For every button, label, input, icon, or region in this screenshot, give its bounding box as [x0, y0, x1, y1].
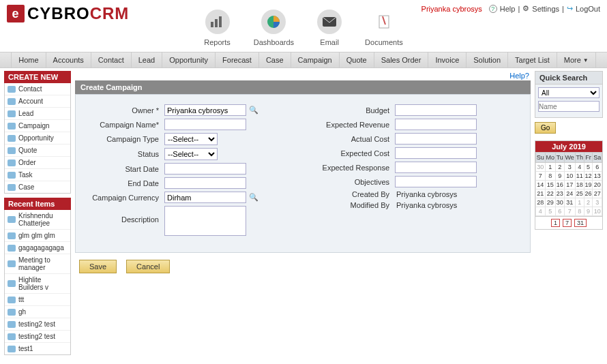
recent-item[interactable]: Meeting to manager — [5, 254, 70, 274]
recent-item[interactable]: gagagagagaga — [5, 242, 70, 254]
quick-search-module-select[interactable]: All — [538, 87, 599, 98]
cal-day[interactable]: 25 — [575, 189, 584, 198]
recent-item[interactable]: testing2 test — [5, 318, 70, 331]
cal-day[interactable]: 16 — [555, 181, 564, 189]
cal-day[interactable]: 5 — [584, 163, 592, 172]
campaign-type-select[interactable]: --Select-- — [164, 133, 218, 145]
create-lead[interactable]: Lead — [5, 108, 70, 120]
cal-day[interactable]: 19 — [584, 181, 592, 189]
cal-day[interactable]: 21 — [536, 189, 546, 198]
menu-campaign[interactable]: Campaign — [291, 52, 340, 67]
cal-day[interactable]: 7 — [536, 172, 546, 181]
recent-item[interactable]: Krishnendu Chatterjee — [5, 210, 70, 230]
recent-item[interactable]: gh — [5, 306, 70, 318]
menu-home[interactable]: Home — [11, 52, 46, 67]
menu-sales-order[interactable]: Sales Order — [374, 52, 429, 67]
create-case[interactable]: Case — [5, 181, 70, 193]
cal-day[interactable]: 10 — [564, 172, 575, 181]
cal-day[interactable]: 22 — [545, 189, 555, 198]
menu-solution[interactable]: Solution — [467, 52, 508, 67]
create-task[interactable]: Task — [5, 169, 70, 181]
menu-opportunity[interactable]: Opportunity — [162, 52, 216, 67]
logo[interactable]: e CYBROCRM — [7, 4, 129, 23]
cal-day[interactable]: 12 — [584, 172, 592, 181]
cal-day[interactable]: 18 — [575, 181, 584, 189]
cancel-button[interactable]: Cancel — [126, 260, 170, 273]
cal-day[interactable]: 2 — [584, 198, 592, 207]
form-help-link[interactable]: Help? — [509, 72, 529, 80]
owner-input[interactable] — [164, 104, 246, 116]
currency-input[interactable] — [164, 192, 246, 203]
cal-day[interactable]: 6 — [593, 163, 602, 172]
cal-view-toggle[interactable]: 31 — [574, 219, 587, 227]
status-select[interactable]: --Select-- — [164, 148, 218, 160]
cal-day[interactable]: 8 — [545, 172, 555, 181]
quick-search-go-button[interactable]: Go — [535, 122, 556, 134]
cal-day[interactable]: 6 — [555, 207, 564, 216]
recent-item[interactable]: ttt — [5, 294, 70, 306]
create-opportunity[interactable]: Opportunity — [5, 132, 70, 145]
owner-lookup-icon[interactable]: 🔍 — [249, 106, 258, 115]
create-account[interactable]: Account — [5, 95, 70, 108]
menu-more[interactable]: More▼ — [557, 52, 596, 67]
cal-view-toggle[interactable]: 7 — [563, 219, 572, 227]
cal-day[interactable]: 3 — [564, 163, 575, 172]
budget-input[interactable] — [395, 104, 477, 116]
cal-day[interactable]: 14 — [536, 181, 546, 189]
cal-day[interactable]: 28 — [536, 198, 546, 207]
cal-day[interactable]: 23 — [555, 189, 564, 198]
create-campaign[interactable]: Campaign — [5, 120, 70, 132]
current-user[interactable]: Priyanka cybrosys — [421, 5, 482, 13]
start-date-input[interactable] — [164, 163, 246, 175]
cal-day[interactable]: 9 — [584, 207, 592, 216]
save-button[interactable]: Save — [79, 260, 117, 273]
menu-lead[interactable]: Lead — [132, 52, 162, 67]
menu-forecast[interactable]: Forecast — [216, 52, 259, 67]
cal-day[interactable]: 9 — [555, 172, 564, 181]
end-date-input[interactable] — [164, 177, 246, 189]
create-contact[interactable]: Contact — [5, 83, 70, 95]
logout-link[interactable]: LogOut — [576, 5, 600, 13]
cal-day[interactable]: 20 — [593, 181, 602, 189]
cal-day[interactable]: 29 — [545, 198, 555, 207]
cal-day[interactable]: 1 — [545, 163, 555, 172]
cal-day[interactable]: 5 — [545, 207, 555, 216]
cal-day[interactable]: 30 — [536, 163, 546, 172]
description-textarea[interactable] — [164, 206, 246, 236]
cal-day[interactable]: 27 — [593, 189, 602, 198]
cal-day[interactable]: 31 — [564, 198, 575, 207]
create-quote[interactable]: Quote — [5, 145, 70, 157]
cal-view-toggle[interactable]: 1 — [551, 219, 560, 227]
menu-contact[interactable]: Contact — [91, 52, 132, 67]
cal-day[interactable]: 7 — [564, 207, 575, 216]
cal-day[interactable]: 17 — [564, 181, 575, 189]
nav-dashboards[interactable]: Dashboards — [254, 10, 294, 46]
objectives-input[interactable] — [395, 176, 477, 187]
cal-day[interactable]: 30 — [555, 198, 564, 207]
cal-day[interactable]: 10 — [593, 207, 602, 216]
recent-item[interactable]: Highlite Builders v — [5, 274, 70, 294]
menu-accounts[interactable]: Accounts — [46, 52, 91, 67]
menu-invoice[interactable]: Invoice — [428, 52, 467, 67]
actual-cost-input[interactable] — [395, 133, 477, 145]
expected-response-input[interactable] — [395, 162, 477, 173]
cal-day[interactable]: 15 — [545, 181, 555, 189]
currency-lookup-icon[interactable]: 🔍 — [249, 193, 258, 202]
cal-day[interactable]: 3 — [593, 198, 602, 207]
help-link[interactable]: Help — [500, 5, 516, 13]
recent-item[interactable]: glm glm glm — [5, 230, 70, 242]
settings-link[interactable]: Settings — [532, 5, 559, 13]
cal-day[interactable]: 4 — [575, 163, 584, 172]
cal-day[interactable]: 26 — [584, 189, 592, 198]
cal-day[interactable]: 1 — [575, 198, 584, 207]
expected-cost-input[interactable] — [395, 147, 477, 159]
cal-day[interactable]: 4 — [536, 207, 546, 216]
cal-day[interactable]: 24 — [564, 189, 575, 198]
nav-documents[interactable]: Documents — [365, 10, 403, 46]
cal-day[interactable]: 8 — [575, 207, 584, 216]
cal-day[interactable]: 11 — [575, 172, 584, 181]
create-order[interactable]: Order — [5, 157, 70, 169]
campaign-name-input[interactable] — [164, 119, 246, 130]
quick-search-name-input[interactable] — [538, 101, 599, 112]
cal-day[interactable]: 13 — [593, 172, 602, 181]
